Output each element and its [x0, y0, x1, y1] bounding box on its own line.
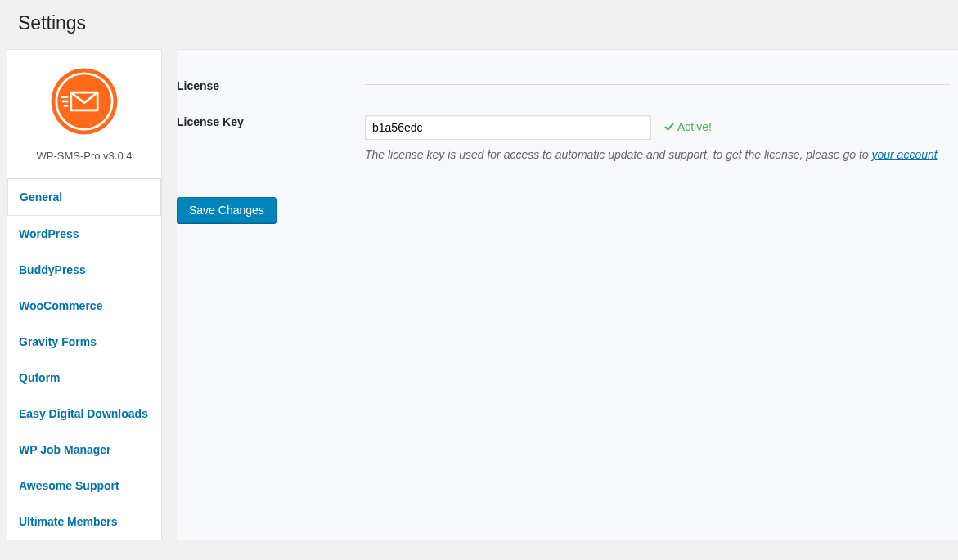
nav-link-woocommerce[interactable]: WooCommerce: [7, 288, 161, 324]
svg-point-0: [52, 69, 118, 135]
nav-item-gravity-forms: Gravity Forms: [7, 324, 161, 360]
page-title: Settings: [18, 12, 942, 34]
nav-link-edd[interactable]: Easy Digital Downloads: [7, 396, 161, 432]
nav-link-wp-job-manager[interactable]: WP Job Manager: [7, 432, 161, 468]
nav-item-wp-job-manager: WP Job Manager: [7, 432, 161, 468]
nav-item-awesome-support: Awesome Support: [7, 468, 161, 504]
nav-item-quform: Quform: [7, 360, 161, 396]
nav-item-ultimate-members: Ultimate Members: [7, 504, 161, 540]
nav-item-buddypress: BuddyPress: [7, 252, 161, 288]
nav-link-buddypress[interactable]: BuddyPress: [7, 252, 161, 288]
row-license-key: License Key Active! The license key is u…: [177, 104, 958, 172]
nav-item-edd: Easy Digital Downloads: [7, 396, 161, 432]
license-status-badge: Active!: [664, 120, 712, 133]
license-key-input[interactable]: [365, 115, 651, 140]
nav-link-ultimate-members[interactable]: Ultimate Members: [7, 504, 161, 540]
product-card: WP-SMS-Pro v3.0.4: [7, 49, 162, 179]
content-wrap: WP-SMS-Pro v3.0.4 General WordPress Budd…: [0, 49, 958, 557]
nav-link-gravity-forms[interactable]: Gravity Forms: [7, 324, 161, 360]
section-divider: [365, 84, 950, 85]
settings-nav: General WordPress BuddyPress WooCommerce…: [7, 179, 162, 540]
product-logo-icon: [47, 65, 121, 138]
nav-link-awesome-support[interactable]: Awesome Support: [7, 468, 161, 504]
nav-item-general: General: [7, 179, 161, 216]
page-header: Settings: [0, 0, 958, 49]
nav-link-general[interactable]: General: [8, 179, 160, 215]
save-changes-button[interactable]: Save Changes: [177, 197, 277, 223]
sidebar: WP-SMS-Pro v3.0.4 General WordPress Budd…: [7, 49, 162, 540]
check-icon: [664, 122, 674, 132]
nav-item-wordpress: WordPress: [7, 216, 161, 252]
settings-form-table: License License Key Active! The license …: [177, 68, 958, 172]
license-help-text: The license key is used for access to au…: [365, 148, 950, 161]
settings-panel: License License Key Active! The license …: [177, 49, 958, 540]
nav-item-woocommerce: WooCommerce: [7, 288, 161, 324]
nav-link-wordpress[interactable]: WordPress: [7, 216, 161, 252]
section-title-license: License: [177, 68, 365, 104]
nav-link-quform[interactable]: Quform: [7, 360, 161, 396]
your-account-link[interactable]: your account: [871, 148, 937, 161]
section-row-license: License: [177, 68, 958, 104]
license-key-label: License Key: [177, 104, 365, 172]
license-status-text: Active!: [677, 120, 712, 133]
product-name: WP-SMS-Pro v3.0.4: [16, 150, 153, 162]
